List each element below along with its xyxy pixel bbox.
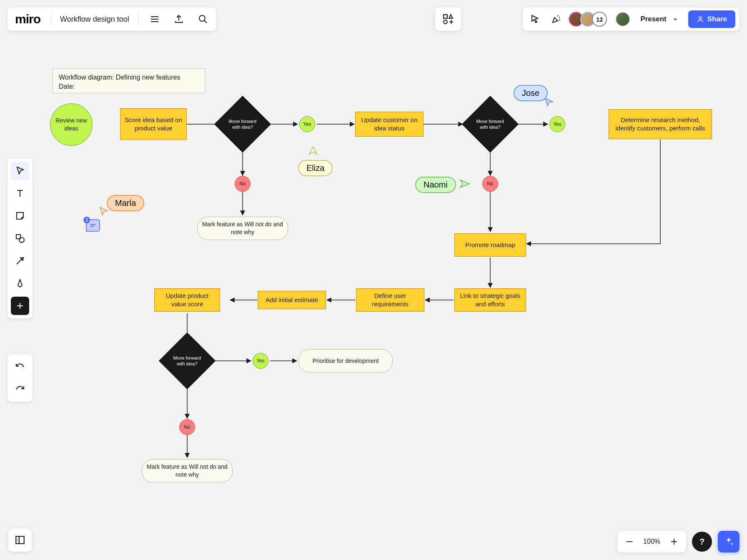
node-update-customer[interactable]: Update customer on idea status	[355, 112, 424, 137]
comment-lines-icon	[90, 223, 96, 228]
node-decision1[interactable]: Move forward with idea?	[214, 96, 271, 152]
node-yes2[interactable]: Yes	[549, 116, 565, 132]
canvas[interactable]: Workflow diagram: Defining new features …	[0, 0, 747, 560]
node-yes3[interactable]: Yes	[253, 353, 268, 369]
node-label: Update product value score	[159, 292, 216, 309]
panel-icon	[15, 535, 25, 545]
node-decision3[interactable]: Move forward with idea?	[159, 332, 216, 389]
cursor-tag-jose: Jose	[514, 85, 548, 101]
svg-marker-40	[309, 147, 317, 154]
node-determine-research[interactable]: Determine research method, identify cust…	[609, 109, 712, 139]
node-label: No	[184, 424, 190, 430]
zoom-out-button[interactable]	[625, 533, 634, 550]
cursor-pointer-icon	[308, 146, 318, 155]
node-label: Define user requirements	[361, 292, 420, 309]
comment-count-badge: 3	[83, 217, 90, 223]
frames-panel-button[interactable]	[8, 528, 32, 552]
node-no2[interactable]: No	[482, 176, 498, 192]
minus-icon	[625, 537, 634, 547]
node-yes1[interactable]: Yes	[299, 116, 315, 132]
help-button[interactable]: ?	[692, 532, 712, 552]
diagram-title-l1: Workflow diagram: Defining new features	[59, 73, 180, 82]
node-label: Yes	[553, 121, 562, 128]
node-promote-roadmap[interactable]: Promote roadmap	[454, 233, 526, 257]
node-label: Mark feature as Will not do and note why	[202, 220, 283, 236]
node-label: Yes	[256, 358, 265, 364]
cursor-label: Naomi	[424, 180, 448, 189]
node-link-strategic[interactable]: Link to strategic goals and efforts	[454, 288, 526, 312]
sparkle-icon	[723, 536, 734, 547]
node-add-estimate[interactable]: Add initial estimate	[258, 291, 326, 309]
diagram-title-card[interactable]: Workflow diagram: Defining new features …	[53, 68, 205, 93]
svg-marker-41	[460, 180, 469, 188]
zoom-level[interactable]: 100%	[643, 538, 660, 545]
node-no3[interactable]: No	[179, 419, 195, 435]
node-label: Move forward with idea?	[227, 118, 258, 130]
node-no1[interactable]: No	[235, 176, 251, 192]
node-label: Promote roadmap	[465, 241, 515, 249]
node-label: No	[487, 180, 493, 187]
node-label: Update customer on idea status	[360, 116, 419, 133]
node-label: Prioritise for development	[313, 357, 379, 365]
node-score-idea[interactable]: Score idea based on product value	[120, 108, 187, 140]
diagram-title-l2: Date:	[59, 82, 180, 91]
node-mark-willnot2[interactable]: Mark feature as Will not do and note why	[142, 459, 233, 482]
cursor-pointer-icon	[544, 98, 554, 107]
node-prioritise[interactable]: Prioritise for development	[298, 349, 393, 372]
node-label: Move forward with idea?	[475, 118, 506, 130]
node-label: Review new ideas	[55, 117, 88, 132]
cursor-pointer-icon	[459, 179, 470, 188]
node-label: Add initial estimate	[266, 296, 318, 304]
node-label: Move forward with idea?	[172, 355, 203, 367]
cursor-tag-eliza: Eliza	[298, 160, 333, 176]
node-start[interactable]: Review new ideas	[50, 103, 93, 146]
node-label: Determine research method, identify cust…	[613, 116, 707, 133]
node-label: Score idea based on product value	[125, 116, 182, 133]
node-label: Link to strategic goals and efforts	[459, 292, 521, 309]
cursor-label: Jose	[522, 88, 539, 98]
node-define-user-req[interactable]: Define user requirements	[356, 288, 424, 312]
node-label: Yes	[303, 121, 311, 128]
plus-icon	[669, 537, 679, 547]
node-label: Mark feature as Will not do and note why	[146, 463, 228, 479]
node-label: No	[239, 180, 246, 187]
node-mark-willnot1[interactable]: Mark feature as Will not do and note why	[197, 217, 288, 240]
svg-point-47	[17, 540, 18, 540]
zoom-control: 100%	[617, 531, 686, 552]
node-update-score[interactable]: Update product value score	[154, 288, 220, 312]
bottom-right-controls: 100% ?	[617, 531, 739, 552]
node-decision2[interactable]: Move forward with idea?	[462, 96, 519, 152]
zoom-in-button[interactable]	[669, 533, 679, 550]
cursor-label: Marla	[115, 198, 136, 208]
cursor-label: Eliza	[306, 163, 324, 172]
svg-marker-42	[545, 98, 553, 106]
ai-assist-button[interactable]	[718, 531, 739, 552]
comment-bubble[interactable]: 3	[86, 219, 100, 232]
svg-marker-39	[100, 208, 108, 215]
cursor-tag-naomi: Naomi	[415, 177, 456, 193]
cursor-pointer-icon	[99, 207, 108, 216]
cursor-tag-marla: Marla	[107, 195, 144, 211]
